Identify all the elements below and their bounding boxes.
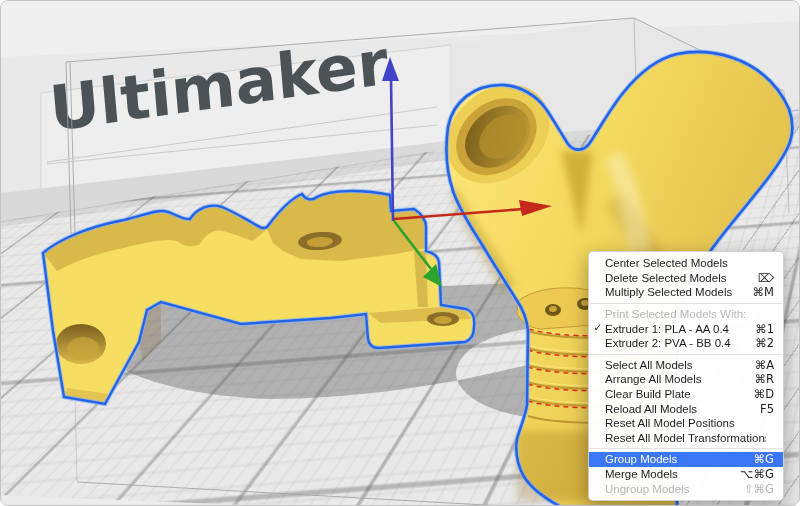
- menu-item-center-selected-models[interactable]: Center Selected Models: [589, 256, 783, 271]
- checkmark-icon: ✓: [592, 321, 604, 333]
- cura-3d-viewport: Ultimaker: [0, 0, 800, 506]
- menu-item-arrange-all-models[interactable]: Arrange All Models ⌘R: [589, 372, 783, 387]
- menu-item-select-all-models[interactable]: Select All Models ⌘A: [589, 358, 783, 373]
- menu-item-ungroup-models: Ungroup Models ⇧⌘G: [589, 481, 783, 496]
- menu-item-extruder-1[interactable]: ✓ Extruder 1: PLA - AA 0.4 ⌘1: [589, 321, 783, 336]
- menu-header-print-selected-models-with: Print Selected Models With:: [589, 307, 783, 322]
- menu-item-clear-build-plate[interactable]: Clear Build Plate ⌘D: [589, 387, 783, 402]
- delete-key-glyph: ⌦: [758, 271, 774, 285]
- menu-item-group-models[interactable]: Group Models ⌘G: [589, 452, 783, 467]
- menu-item-reset-all-model-transformations[interactable]: Reset All Model Transformations: [589, 431, 783, 446]
- menu-item-merge-models[interactable]: Merge Models ⌥⌘G: [589, 467, 783, 482]
- context-menu: Center Selected Models Delete Selected M…: [588, 251, 784, 501]
- menu-item-delete-selected-models[interactable]: Delete Selected Models ⌦: [589, 271, 783, 286]
- bracket-model[interactable]: [43, 191, 474, 404]
- menu-item-multiply-selected-models[interactable]: Multiply Selected Models ⌘M: [589, 285, 783, 300]
- menu-item-reset-all-model-positions[interactable]: Reset All Model Positions: [589, 416, 783, 431]
- z-axis-arrowhead: [382, 57, 399, 81]
- menu-separator: [589, 303, 783, 304]
- menu-separator: [589, 448, 783, 449]
- menu-item-reload-all-models[interactable]: Reload All Models F5: [589, 401, 783, 416]
- menu-separator: [589, 354, 783, 355]
- menu-item-extruder-2[interactable]: Extruder 2: PVA - BB 0.4 ⌘2: [589, 336, 783, 351]
